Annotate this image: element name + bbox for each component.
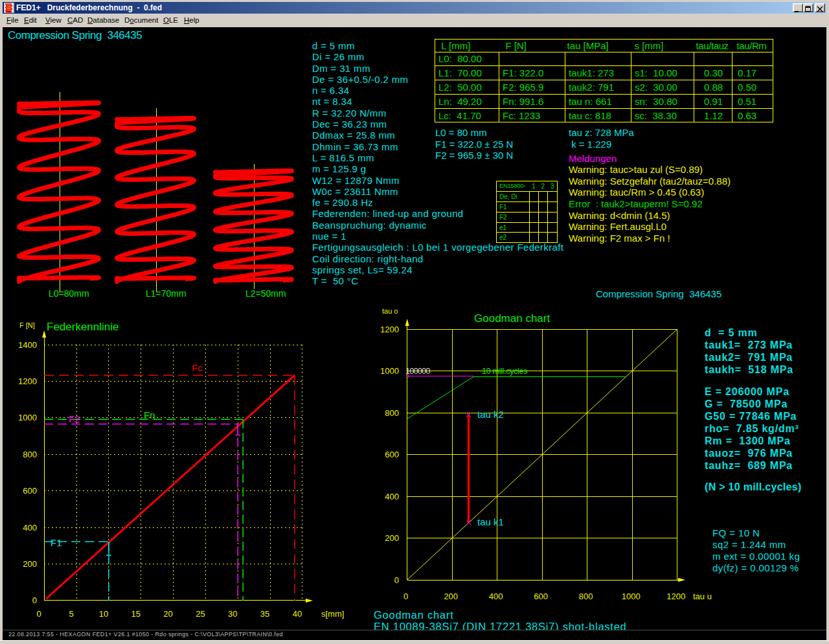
svg-text:F2: F2 xyxy=(69,413,80,424)
svg-text:F [N]: F [N] xyxy=(19,321,35,329)
svg-text:Fc: Fc xyxy=(192,362,203,373)
svg-text:F1: F1 xyxy=(51,537,62,548)
svg-text:1000: 1000 xyxy=(18,413,37,422)
svg-text:1200: 1200 xyxy=(18,376,37,386)
svg-text:1400: 1400 xyxy=(18,340,37,350)
svg-text:40: 40 xyxy=(293,609,302,619)
svg-text:0: 0 xyxy=(37,609,41,619)
svg-text:800: 800 xyxy=(385,408,399,418)
svg-text:0: 0 xyxy=(403,592,408,601)
svg-text:35: 35 xyxy=(260,609,269,619)
svg-text:400: 400 xyxy=(489,592,503,601)
svg-text:200: 200 xyxy=(23,559,37,569)
svg-text:1000: 1000 xyxy=(622,592,641,601)
svg-text:400: 400 xyxy=(385,492,399,501)
svg-text:200: 200 xyxy=(385,533,399,543)
svg-text:s[mm]: s[mm] xyxy=(321,609,344,619)
svg-text:tau k1: tau k1 xyxy=(477,516,504,527)
svg-text:800: 800 xyxy=(23,450,37,459)
svg-text:10: 10 xyxy=(99,609,108,619)
svg-text:1200: 1200 xyxy=(380,325,399,334)
svg-text:600: 600 xyxy=(534,592,548,601)
svg-text:400: 400 xyxy=(23,523,37,533)
svg-text:5: 5 xyxy=(69,609,73,619)
svg-text:Fn: Fn xyxy=(144,409,155,420)
svg-text:1200: 1200 xyxy=(666,592,685,601)
svg-text:10 mill.cycles: 10 mill.cycles xyxy=(482,367,527,376)
svg-text:200: 200 xyxy=(444,592,458,601)
svg-text:Goodman chart: Goodman chart xyxy=(474,312,550,325)
svg-text:800: 800 xyxy=(579,592,593,601)
svg-text:15: 15 xyxy=(131,609,140,619)
svg-text:1000: 1000 xyxy=(380,366,399,376)
svg-text:600: 600 xyxy=(23,486,37,496)
svg-text:tau k2: tau k2 xyxy=(477,409,504,420)
svg-text:Federkennlinie: Federkennlinie xyxy=(47,321,119,333)
svg-text:100000: 100000 xyxy=(405,366,430,376)
svg-text:25: 25 xyxy=(196,609,205,619)
svg-text:tau u: tau u xyxy=(693,592,712,601)
svg-text:20: 20 xyxy=(163,609,172,619)
svg-text:600: 600 xyxy=(385,450,399,459)
svg-text:0: 0 xyxy=(32,595,37,605)
svg-text:0: 0 xyxy=(394,575,399,585)
svg-text:30: 30 xyxy=(228,609,237,619)
svg-text:tau o: tau o xyxy=(382,307,398,315)
